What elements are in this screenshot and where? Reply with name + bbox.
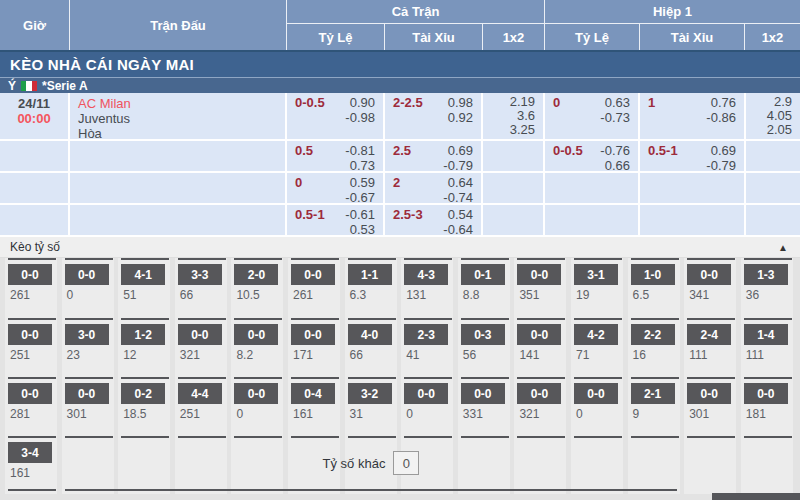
league-row[interactable]: Ý *Serie A [0,77,800,93]
h1-ou-cell[interactable]: 10.76-0.86 [640,93,744,139]
odds-cell-content: 2.5-30.54-0.64 [385,205,481,235]
ft-ou-cell[interactable]: 2.50.69-0.79 [385,141,481,171]
match-kickoff-time: 00:00 [0,111,68,126]
odds-table: 24/1100:00AC MilanJuventusHòa0-0.50.90-0… [0,93,800,237]
score-cell-divider [744,436,792,438]
ft-hdp-cell[interactable]: 00.59-0.67 [287,173,383,203]
score-bet-button[interactable]: 1-3 [744,264,788,285]
score-bet-button[interactable]: 4-2 [574,324,618,345]
score-cell-divider [234,258,282,260]
ft-ou-cell[interactable]: 2-2.50.980.92 [385,93,481,139]
score-bet-button[interactable]: 0-0 [517,383,561,404]
column-header-ft-handicap: Tỷ Lệ [287,24,385,50]
score-bet-button[interactable]: 4-4 [178,383,222,404]
score-bet-button[interactable]: 0-0 [687,383,731,404]
column-header-time: Giờ [0,0,70,50]
score-bet-button[interactable]: 2-1 [631,383,675,404]
score-bet-button[interactable]: 0-3 [461,324,505,345]
score-odds-value: 321 [517,407,565,421]
score-cell-divider [631,436,679,438]
score-cell-divider [8,318,56,320]
collapse-arrow-icon[interactable]: ▲ [778,242,788,253]
ft-hdp-cell[interactable]: 0.5-0.810.73 [287,141,383,171]
score-cell-divider [291,436,339,438]
score-bet-button[interactable]: 2-0 [234,264,278,285]
score-odds-value: 31 [348,407,396,421]
score-bet-button[interactable]: 0-2 [121,383,165,404]
score-bet-button[interactable]: 0-0 [744,383,788,404]
ft-ou-cell[interactable]: 20.64-0.74 [385,173,481,203]
score-bet-button[interactable]: 2-3 [404,324,448,345]
score-bet-button[interactable]: 1-2 [121,324,165,345]
h1-1x2-cell[interactable]: 2.94.052.05 [746,93,800,139]
score-bet-button[interactable]: 0-0 [178,324,222,345]
scrollbar-thumb[interactable] [712,493,800,500]
score-cell-divider [121,436,169,438]
score-odds-value: 261 [291,288,339,302]
h1-hdp-cell[interactable]: 0-0.5-0.760.66 [545,141,638,171]
score-bet-button[interactable]: 0-0 [404,383,448,404]
score-bet-button[interactable]: 2-2 [631,324,675,345]
score-cell-divider [744,377,792,379]
score-odds-value: 8.2 [234,348,282,362]
score-bet-button[interactable]: 4-1 [121,264,165,285]
score-bet-button[interactable]: 3-4 [8,442,52,463]
h1-ou-cell[interactable]: 0.5-10.69-0.79 [640,141,744,171]
score-odds-value: 51 [121,288,169,302]
other-score-input[interactable]: 0 [393,451,419,475]
score-bet-button[interactable]: 0-0 [8,383,52,404]
score-cell-divider [121,377,169,379]
score-bet-button[interactable]: 3-0 [65,324,109,345]
score-bet-button[interactable]: 0-0 [517,264,561,285]
column-group-full-time: Cả Trận Tỷ Lệ Tài Xỉu 1x2 [287,0,545,50]
h1-ou-odds-top: 0.76 [706,95,736,110]
h1-hdp-cell[interactable]: 00.63-0.73 [545,93,638,139]
score-bet-button[interactable]: 4-3 [404,264,448,285]
score-bet-button[interactable]: 0-0 [65,383,109,404]
ft-ou-odds-bottom: -0.74 [443,190,473,203]
score-bet-button[interactable]: 3-1 [574,264,618,285]
score-bet-button[interactable]: 3-2 [348,383,392,404]
score-bet-button[interactable]: 2-4 [687,324,731,345]
score-bet-button[interactable]: 0-4 [291,383,335,404]
italy-flag-icon [21,81,37,91]
score-bet-button[interactable]: 1-4 [744,324,788,345]
score-cell [178,436,226,438]
score-bet-button[interactable]: 0-0 [291,264,335,285]
score-bet-button[interactable]: 0-0 [574,383,618,404]
score-cell-divider [348,436,396,438]
score-bet-button[interactable]: 0-0 [234,324,278,345]
score-bet-button[interactable]: 0-1 [461,264,505,285]
score-bet-button[interactable]: 0-0 [517,324,561,345]
score-bet-button[interactable]: 0-0 [461,383,505,404]
score-bet-button[interactable]: 0-0 [687,264,731,285]
score-odds-value: 9 [631,407,679,421]
empty-cell [0,173,68,203]
column-header-ft-overunder: Tài Xỉu [385,24,483,50]
ft-ou-handicap-line: 2.5-3 [393,207,423,235]
score-bet-button[interactable]: 0-0 [8,264,52,285]
score-odds-value: 66 [178,288,226,302]
score-cell-divider [65,318,113,320]
score-bet-button[interactable]: 0-0 [65,264,109,285]
score-section-header[interactable]: Kèo tỷ số ▲ [0,237,800,258]
away-team-name: Juventus [78,111,285,126]
score-odds-value: 18.5 [121,407,169,421]
score-bet-button[interactable]: 0-0 [291,324,335,345]
ft-1x2-cell[interactable]: 2.193.63.25 [483,93,543,139]
h1-hdp-cell [545,173,638,203]
h1-hdp-cell [545,205,638,235]
score-bet-button[interactable]: 1-1 [348,264,392,285]
score-bet-button[interactable]: 3-3 [178,264,222,285]
score-bet-button[interactable]: 4-0 [348,324,392,345]
ft-hdp-cell[interactable]: 0-0.50.90-0.98 [287,93,383,139]
score-cell: 0-00 [234,377,282,421]
column-group-first-half: Hiệp 1 Tỷ Lệ Tài Xỉu 1x2 [545,0,800,50]
empty-cell [70,205,285,235]
score-cell [631,436,679,438]
ft-ou-cell[interactable]: 2.5-30.54-0.64 [385,205,481,235]
score-bet-button[interactable]: 0-0 [234,383,278,404]
score-bet-button[interactable]: 0-0 [8,324,52,345]
score-bet-button[interactable]: 1-0 [631,264,675,285]
ft-hdp-cell[interactable]: 0.5-1-0.610.53 [287,205,383,235]
